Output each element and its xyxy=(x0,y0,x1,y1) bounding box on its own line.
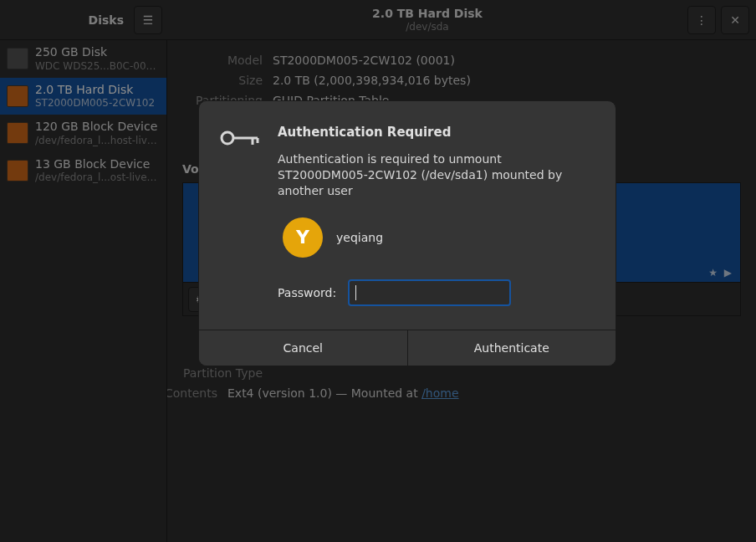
key-icon xyxy=(219,125,259,306)
password-input[interactable] xyxy=(348,279,511,306)
dialog-username: yeqiang xyxy=(336,231,383,244)
password-label: Password: xyxy=(278,286,336,299)
dialog-message: Authentication is required to unmount ST… xyxy=(278,151,589,199)
authenticate-button[interactable]: Authenticate xyxy=(407,330,616,366)
disks-window: Disks ☰ 2.0 TB Hard Disk /dev/sda ⋮ ✕ 25… xyxy=(0,0,756,542)
cancel-button[interactable]: Cancel xyxy=(199,330,407,366)
svg-point-0 xyxy=(222,132,233,144)
auth-dialog: Authentication Required Authentication i… xyxy=(198,100,616,366)
dialog-user-row: Y yeqiang xyxy=(278,217,589,258)
dialog-title: Authentication Required xyxy=(278,125,589,140)
avatar: Y xyxy=(283,217,323,258)
